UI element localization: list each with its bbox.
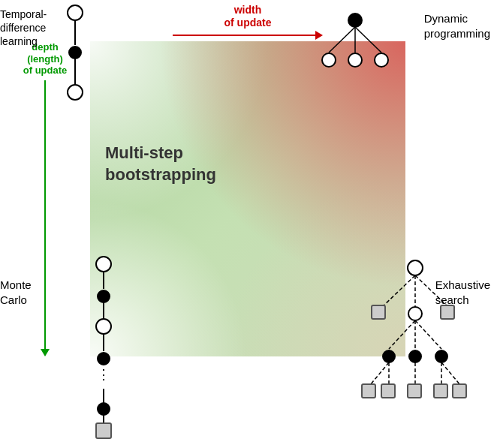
dp-tree-svg	[306, 11, 404, 101]
svg-rect-43	[381, 384, 395, 398]
svg-point-5	[348, 14, 362, 27]
svg-rect-44	[408, 384, 421, 398]
center-label: Multi-stepbootstrapping	[105, 143, 216, 185]
depth-arrow-line	[44, 80, 46, 349]
svg-point-21	[98, 403, 110, 415]
width-arrow	[173, 31, 323, 40]
svg-point-4	[68, 85, 83, 100]
depth-arrow	[41, 80, 50, 356]
dp-label: Dynamicprogramming	[424, 11, 490, 41]
svg-rect-30	[441, 305, 454, 319]
svg-line-6	[329, 27, 355, 53]
svg-rect-42	[362, 384, 375, 398]
svg-point-9	[322, 53, 336, 67]
svg-rect-23	[96, 423, 111, 438]
svg-rect-46	[453, 384, 466, 398]
svg-point-10	[348, 53, 362, 67]
td-tree-svg	[60, 4, 90, 101]
td-label: Temporal-differencelearning	[0, 8, 47, 49]
mc-label: MonteCarlo	[0, 278, 32, 307]
svg-point-14	[98, 290, 110, 302]
svg-line-8	[355, 27, 381, 53]
svg-point-0	[68, 5, 83, 20]
svg-line-27	[415, 275, 449, 308]
svg-point-29	[408, 307, 422, 320]
svg-point-11	[375, 53, 388, 67]
es-tree-svg	[340, 259, 490, 424]
svg-point-12	[96, 257, 111, 272]
width-arrow-line	[173, 35, 315, 36]
svg-line-33	[415, 320, 441, 349]
width-label: widthof update	[224, 4, 272, 29]
svg-text:⋮: ⋮	[97, 367, 110, 382]
depth-arrow-head	[41, 349, 50, 356]
svg-line-37	[370, 362, 389, 385]
svg-point-24	[408, 260, 423, 275]
main-diagram: widthof update depth(length)of update Mu…	[0, 0, 494, 448]
svg-point-36	[435, 350, 447, 362]
svg-line-25	[381, 275, 415, 308]
svg-line-31	[389, 320, 415, 349]
svg-rect-28	[372, 305, 385, 319]
svg-rect-45	[434, 384, 447, 398]
svg-point-18	[98, 353, 110, 365]
svg-point-2	[69, 47, 81, 59]
svg-line-41	[441, 362, 460, 385]
svg-point-35	[409, 350, 421, 362]
mc-tree-svg: ⋮	[89, 255, 119, 420]
svg-point-34	[383, 350, 395, 362]
svg-point-16	[96, 319, 111, 334]
